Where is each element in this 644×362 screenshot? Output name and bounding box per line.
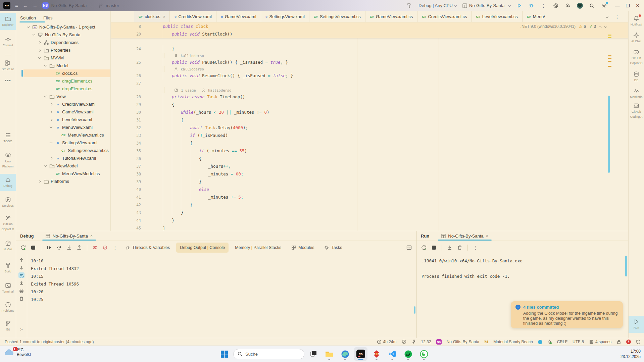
inspection-widget[interactable]: .NET 9.0 (windows10.0.19041) ⚠ 6 ✓ 3 xyxy=(521,23,607,30)
status-security-shield[interactable] xyxy=(636,340,641,344)
editor-tab-creditsview-xaml[interactable]: ‹›CreditsView.xaml xyxy=(170,11,216,22)
hammer-build-icon[interactable] xyxy=(406,3,412,9)
mention-icon[interactable] xyxy=(553,3,559,9)
tree-item-dropelement-cs[interactable]: C#dropElement.cs xyxy=(16,85,110,93)
view-tab-memory-parallel-stacks[interactable]: Memory | Parallel Stacks xyxy=(231,243,285,253)
taskbar-clock[interactable]: 17:00 23.12.2025 xyxy=(621,349,641,359)
settings-gear-icon[interactable] xyxy=(601,3,607,9)
editor-tab-clock-cs[interactable]: C#clock.cs× xyxy=(134,11,170,22)
console-prompt[interactable]: > xyxy=(20,327,23,332)
solution-selector[interactable]: No-Gifts-By-Santa xyxy=(462,3,510,8)
run-console-output[interactable]: .19041.0/win10-x64/No-Gifts-By-Santa.exe… xyxy=(422,257,624,280)
left-tool-explorer[interactable]: Explorer xyxy=(0,13,16,30)
code-editor[interactable]: 8public class clock20public void StartCl… xyxy=(111,22,628,231)
console-scrollbar[interactable] xyxy=(414,306,415,314)
close-tab-icon[interactable]: × xyxy=(486,234,488,238)
editor-scrollbar[interactable] xyxy=(608,96,610,173)
debug-console-output[interactable]: 10:10Exited Thread 1483210:15Exited Thre… xyxy=(31,257,413,303)
task-view-button[interactable] xyxy=(307,347,320,361)
start-button[interactable] xyxy=(217,347,231,361)
status-highlight-level[interactable] xyxy=(538,340,542,344)
tree-item-creditsview-xaml[interactable]: ‹›CreditsView.xaml xyxy=(16,100,110,108)
editor-tab-gameview-xaml[interactable]: ‹›GameView.xaml xyxy=(216,11,261,22)
status-power-save[interactable] xyxy=(411,340,416,344)
tree-item-view[interactable]: View xyxy=(16,93,110,100)
add-user-icon[interactable] xyxy=(565,3,571,9)
tree-item-platforms[interactable]: Platforms xyxy=(16,177,110,185)
error-stripe-mark[interactable] xyxy=(608,66,611,67)
tree-item-menuviewmodel-cs[interactable]: C#MenuViewModel.cs xyxy=(16,170,110,177)
step-into-icon[interactable] xyxy=(65,244,73,251)
left-tool-structure[interactable]: Structure xyxy=(0,60,16,71)
avatar[interactable] xyxy=(577,3,583,9)
tree-item-no-gifts-by-santa[interactable]: No-Gifts-By-Santa xyxy=(16,31,110,39)
run-icon[interactable] xyxy=(516,3,523,9)
commit-notification[interactable]: i 4 files committed Adding the Clock Mod… xyxy=(511,301,623,328)
right-tool-run[interactable]: Run xyxy=(629,316,644,333)
editor-tab-creditsview-xaml-cs[interactable]: C#CreditsView.xaml.cs xyxy=(417,11,472,22)
project-selector[interactable]: NS No-Gifts-By-Santa xyxy=(42,2,93,9)
error-stripe-mark[interactable] xyxy=(608,37,611,38)
step-out-icon[interactable] xyxy=(76,244,83,251)
left-tool-uno-platform[interactable]: UnoPlatform xyxy=(0,152,16,168)
editor-tab-menuv[interactable]: C#MenuV xyxy=(523,11,545,22)
phoenix-app-icon[interactable] xyxy=(370,347,383,361)
tree-item-dragelement-cs[interactable]: C#dragElement.cs xyxy=(16,77,110,85)
clear-output-icon[interactable] xyxy=(456,244,463,251)
file-explorer-icon[interactable] xyxy=(323,347,336,361)
right-tool-database[interactable]: DB xyxy=(629,71,644,83)
right-tool-github-copilot-chat[interactable]: GitHubCopilot C xyxy=(629,49,644,65)
view-tab-debug-output-console[interactable]: Debug Output | Console xyxy=(176,243,229,253)
weather-widget[interactable]: 9+ 2°CBewölkt xyxy=(4,348,31,357)
tree-item-settingsview-xaml[interactable]: ‹›SettingsView.xaml xyxy=(16,139,110,147)
tab-list-chevron-icon[interactable] xyxy=(606,15,608,18)
chevron-down-icon[interactable] xyxy=(49,127,53,128)
chevron-right-icon[interactable] xyxy=(49,111,53,113)
left-tool-terminal[interactable]: Terminal xyxy=(0,282,16,294)
code-inlay-hint[interactable]: 1 usage kallioderso xyxy=(111,87,628,93)
tree-item-properties[interactable]: Properties xyxy=(16,46,110,54)
chevron-right-icon[interactable] xyxy=(37,180,42,183)
code-inlay-hint[interactable]: kallioderso xyxy=(111,53,628,58)
status-error-indicator[interactable]: ! xyxy=(626,340,631,344)
vscode-icon[interactable] xyxy=(386,347,399,361)
prev-issue-icon[interactable] xyxy=(599,26,602,29)
clear-all-icon[interactable] xyxy=(18,296,24,301)
code-inlay-hint[interactable]: kallioderso xyxy=(111,66,628,72)
rerun-icon[interactable] xyxy=(420,244,428,251)
status-line-separator[interactable]: CRLF xyxy=(557,340,567,344)
chevron-right-icon[interactable] xyxy=(37,42,42,44)
right-tool-github-coding-agent[interactable]: GitHubCoding A xyxy=(629,102,644,119)
debug-icon[interactable] xyxy=(529,3,535,9)
status-git-status[interactable] xyxy=(547,340,552,344)
scroll-to-end-icon[interactable] xyxy=(18,280,24,286)
editor-tab-levelview-xaml-cs[interactable]: C#LevelView.xaml.cs xyxy=(472,11,523,22)
more-options-icon[interactable]: ⋮ xyxy=(472,244,479,251)
back-icon[interactable]: ← xyxy=(23,3,28,8)
layout-settings-icon[interactable] xyxy=(406,245,416,250)
rider-icon[interactable]: RD xyxy=(354,347,367,361)
status-ingame-time[interactable]: 12:32 xyxy=(421,340,431,344)
left-tool-todo[interactable]: TODO xyxy=(0,132,16,144)
chevron-down-icon[interactable] xyxy=(37,57,42,58)
status-project-badge[interactable]: NS xyxy=(436,339,442,345)
view-tab-modules[interactable]: Modules xyxy=(288,243,318,253)
view-breakpoints-icon[interactable] xyxy=(91,244,99,251)
stop-icon[interactable] xyxy=(30,244,37,251)
close-tab-icon[interactable]: × xyxy=(163,14,165,19)
tree-item-dependencies[interactable]: Dependencies xyxy=(16,39,110,46)
tree-item-menuview-xaml[interactable]: ‹›MenuView.xaml xyxy=(16,123,110,131)
tree-item-model[interactable]: Model xyxy=(16,62,110,69)
main-menu-icon[interactable]: ≡ xyxy=(15,3,18,8)
minimize-button[interactable]: — xyxy=(615,3,620,8)
spotify-icon[interactable] xyxy=(401,347,415,361)
chevron-right-icon[interactable] xyxy=(49,157,53,159)
chevron-down-icon[interactable] xyxy=(43,65,48,66)
status-file-encoding[interactable]: UTF-8 xyxy=(573,340,584,344)
run-scrollbar[interactable] xyxy=(625,256,627,276)
scroll-up-icon[interactable] xyxy=(18,257,24,263)
branch-selector[interactable]: master xyxy=(98,3,125,9)
mute-breakpoints-icon[interactable] xyxy=(101,244,109,251)
status-check-status[interactable] xyxy=(402,340,406,344)
print-icon[interactable] xyxy=(18,288,24,294)
